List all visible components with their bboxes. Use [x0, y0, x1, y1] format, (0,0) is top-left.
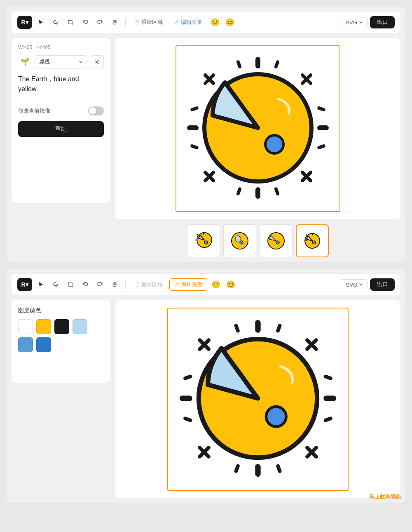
svg-rect-56 — [183, 416, 193, 423]
canvas-wrapper-1 — [115, 38, 400, 219]
width-label: W:405 — [18, 45, 32, 50]
svg-rect-16 — [236, 187, 242, 196]
canvas-selection-2[interactable] — [167, 308, 349, 491]
svg-rect-55 — [183, 374, 193, 381]
brand-button-2[interactable]: R▾ — [17, 278, 32, 291]
export-button-2[interactable]: 出口 — [370, 278, 395, 291]
reset-button[interactable]: 重制 — [18, 121, 104, 137]
lasso-tool-2[interactable] — [49, 278, 62, 291]
brand-button[interactable]: R▾ — [17, 16, 32, 29]
svg-point-34 — [312, 241, 316, 244]
export-button[interactable]: 出口 — [370, 16, 395, 28]
svg-point-60 — [266, 407, 286, 427]
edit-vector-label-2: 编辑矢量 — [181, 281, 203, 288]
divider-1 — [125, 18, 126, 26]
thumbnail-4[interactable] — [296, 224, 329, 257]
crop-tool[interactable] — [64, 16, 77, 28]
mirror-toggle[interactable] — [88, 106, 104, 115]
svg-rect-40 — [255, 464, 260, 477]
svg-point-0 — [135, 20, 139, 24]
export-label-2: 出口 — [377, 281, 388, 287]
hand-tool[interactable] — [109, 16, 121, 28]
panel-1: R▾ 重绘区域 编辑矢量 🙂 😊 — [7, 7, 405, 262]
svg-rect-58 — [323, 416, 333, 423]
style-selector[interactable]: 虚线 — [35, 55, 87, 68]
earth-icon-svg-2 — [171, 312, 344, 485]
svg-point-23 — [265, 135, 283, 153]
plant-icon: 🌱 — [18, 55, 31, 68]
canvas-area-2 — [115, 300, 400, 498]
svg-label: .SVG — [344, 19, 357, 26]
panel-2: R▾ 重绘区域 编辑矢量 🙂 😊 — [7, 269, 405, 503]
color-swatch-black[interactable] — [54, 319, 69, 334]
svg-rect-54 — [276, 464, 282, 473]
mirror-label: 修改当前镜像 — [18, 107, 50, 115]
svg-point-32 — [276, 241, 279, 244]
svg-rect-39 — [255, 320, 260, 333]
color-swatch-lightblue[interactable] — [73, 319, 87, 334]
svg-rect-51 — [234, 323, 240, 333]
thumbnail-3[interactable] — [260, 224, 293, 257]
dimensions-display: W:405 H:405 — [18, 45, 104, 50]
svg-point-38 — [135, 282, 139, 287]
emoji-1-button-2[interactable]: 🙂 — [210, 278, 222, 291]
hand-tool-2[interactable] — [109, 278, 121, 291]
icon-name: The Earth，blue andyellow — [18, 74, 104, 94]
left-panel-colors: 图层颜色 — [12, 300, 110, 383]
redo-button[interactable] — [94, 16, 106, 28]
svg-rect-52 — [276, 323, 282, 333]
undo-button-2[interactable] — [79, 278, 91, 291]
svg-rect-4 — [187, 125, 199, 130]
lasso-tool[interactable] — [49, 16, 62, 28]
svg-rect-57 — [323, 374, 333, 381]
undo-button[interactable] — [79, 16, 91, 28]
svg-line-37 — [306, 235, 307, 236]
selector-tool-2[interactable] — [35, 278, 47, 291]
svg-rect-2 — [255, 57, 260, 68]
svg-rect-20 — [317, 106, 326, 112]
brand-label: R▾ — [21, 19, 28, 26]
selector-tool[interactable] — [35, 16, 47, 28]
emoji-2-button-2[interactable]: 😊 — [225, 278, 237, 291]
redo-button-2[interactable] — [94, 278, 106, 291]
edit-vector-label: 编辑矢量 — [181, 19, 202, 26]
color-swatch-darkblue[interactable] — [36, 337, 51, 352]
svg-dropdown-button[interactable]: .SVG — [340, 17, 368, 28]
layer-colors-title: 图层颜色 — [18, 307, 104, 314]
divider-2 — [125, 280, 126, 289]
canvas-selection-1[interactable] — [176, 45, 340, 212]
toolbar-2: R▾ 重绘区域 编辑矢量 🙂 😊 — [12, 274, 400, 295]
svg-rect-14 — [236, 60, 242, 69]
mirror-row: 修改当前镜像 — [18, 106, 104, 115]
svg-rect-15 — [274, 60, 280, 69]
svg-rect-19 — [190, 144, 199, 150]
toolbar-1: R▾ 重绘区域 编辑矢量 🙂 😊 — [12, 12, 400, 33]
svg-label-2: .SVG — [344, 282, 357, 288]
svg-line-28 — [197, 234, 198, 235]
crop-tool-2[interactable] — [64, 278, 77, 291]
emoji-2-button[interactable]: 😊 — [224, 16, 236, 28]
svg-rect-3 — [255, 187, 260, 199]
svg-rect-17 — [274, 187, 280, 196]
svg-rect-5 — [317, 125, 329, 130]
emoji-1-button[interactable]: 🙂 — [209, 16, 221, 28]
color-swatch-blue[interactable] — [18, 337, 33, 352]
thumbnail-1[interactable] — [187, 224, 220, 257]
color-swatch-yellow[interactable] — [36, 319, 51, 334]
export-label: 出口 — [377, 19, 388, 25]
color-swatch-white[interactable] — [18, 319, 33, 334]
thumbnail-2[interactable] — [223, 224, 256, 257]
svg-point-25 — [204, 241, 208, 244]
watermark: 马上收录导航 — [369, 493, 401, 501]
redraw-button[interactable]: 重绘区域 — [130, 16, 167, 28]
left-panel-1: W:405 H:405 🌱 虚线 The Earth，blue andyello… — [12, 38, 110, 203]
svg-point-30 — [240, 241, 243, 244]
edit-vector-button-2[interactable]: 编辑矢量 — [169, 278, 207, 291]
svg-dropdown-button-2[interactable]: .SVG — [340, 279, 368, 290]
settings-button[interactable] — [91, 55, 104, 68]
color-swatches — [18, 319, 104, 352]
edit-vector-button[interactable]: 编辑矢量 — [169, 16, 206, 28]
redraw-button-2[interactable]: 重绘区域 — [130, 279, 167, 290]
svg-rect-42 — [323, 395, 336, 401]
reset-label: 重制 — [55, 125, 67, 132]
